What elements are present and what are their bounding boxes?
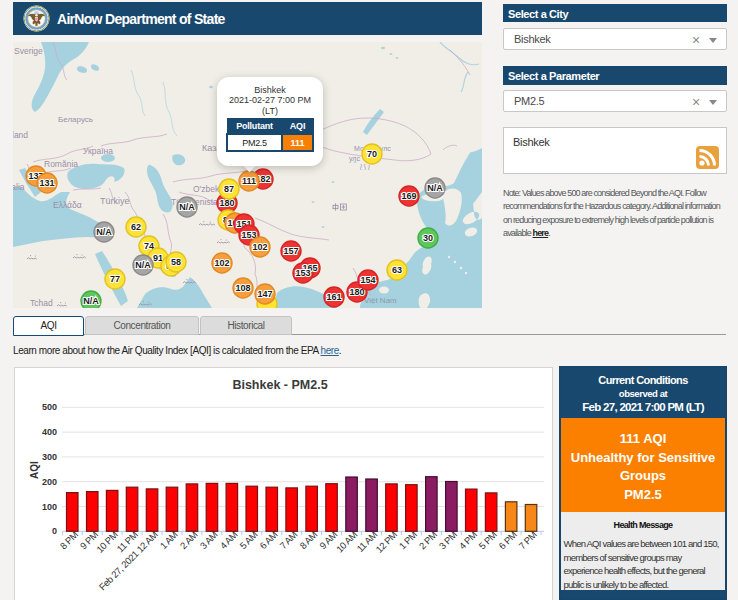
svg-text:N/A: N/A — [179, 202, 195, 212]
svg-text:63: 63 — [392, 265, 402, 275]
svg-text:30: 30 — [423, 233, 433, 243]
svg-text:70: 70 — [367, 149, 377, 159]
svg-text:102: 102 — [252, 242, 267, 252]
svg-text:180: 180 — [219, 198, 234, 208]
svg-text:8 PM: 8 PM — [58, 529, 81, 552]
svg-text:Türkiye: Türkiye — [100, 196, 130, 206]
svg-text:Việt Nam: Việt Nam — [364, 296, 397, 305]
svg-text:3 AM: 3 AM — [198, 529, 220, 551]
svg-text:7 PM: 7 PM — [516, 529, 539, 552]
svg-text:108: 108 — [235, 283, 250, 293]
svg-text:Romănia: Romănia — [44, 159, 78, 169]
svg-text:169: 169 — [401, 191, 416, 201]
svg-text:N/A: N/A — [83, 296, 99, 306]
svg-text:Sverige: Sverige — [14, 46, 43, 56]
svg-text:161: 161 — [326, 292, 341, 302]
svg-text:N/A: N/A — [427, 183, 443, 193]
svg-text:111: 111 — [242, 176, 256, 186]
svg-text:Bishkek - PM2.5: Bishkek - PM2.5 — [232, 378, 327, 392]
svg-text:5 PM: 5 PM — [476, 529, 499, 552]
svg-text:4 AM: 4 AM — [218, 529, 240, 551]
svg-text:10 AM: 10 AM — [334, 529, 360, 555]
svg-text:Ελλάδα: Ελλάδα — [53, 200, 82, 210]
svg-text:7 AM: 7 AM — [277, 529, 299, 551]
svg-text:102: 102 — [214, 258, 229, 268]
svg-text:6 PM: 6 PM — [496, 529, 519, 552]
svg-text:3 PM: 3 PM — [437, 529, 460, 552]
svg-text:4 PM: 4 PM — [457, 529, 480, 552]
svg-text:1 PM: 1 PM — [397, 529, 420, 552]
svg-text:12 PM: 12 PM — [373, 529, 399, 555]
svg-text:157: 157 — [283, 246, 298, 256]
svg-text:Tchad: Tchad — [30, 298, 53, 308]
svg-text:153: 153 — [295, 268, 310, 278]
svg-text:10 PM: 10 PM — [94, 529, 120, 555]
svg-text:улс: улс — [349, 155, 360, 163]
svg-text:77: 77 — [110, 274, 120, 284]
svg-text:N/A: N/A — [96, 227, 112, 237]
svg-text:AQI: AQI — [29, 461, 40, 479]
svg-text:0: 0 — [52, 526, 57, 536]
svg-text:147: 147 — [257, 289, 272, 299]
svg-text:2 AM: 2 AM — [178, 529, 200, 551]
svg-text:talia: talia — [13, 182, 25, 192]
svg-text:N/A: N/A — [135, 260, 151, 270]
svg-text:500: 500 — [42, 402, 57, 412]
svg-text:100: 100 — [42, 502, 57, 512]
svg-text:200: 200 — [42, 477, 57, 487]
svg-text:62: 62 — [131, 222, 141, 232]
svg-text:300: 300 — [42, 452, 57, 462]
svg-text:Україна: Україна — [83, 146, 113, 156]
svg-text:land: land — [13, 130, 28, 140]
svg-text:87: 87 — [224, 184, 234, 194]
svg-text:2 PM: 2 PM — [417, 529, 440, 552]
svg-text:8 AM: 8 AM — [297, 529, 319, 551]
svg-text:154: 154 — [360, 275, 375, 285]
svg-text:1 AM: 1 AM — [158, 529, 180, 551]
svg-text:5 AM: 5 AM — [237, 529, 259, 551]
svg-text:58: 58 — [171, 257, 181, 267]
svg-text:400: 400 — [42, 427, 57, 437]
svg-text:Беларусь: Беларусь — [58, 115, 93, 124]
svg-text:131: 131 — [39, 178, 54, 188]
svg-text:6 AM: 6 AM — [257, 529, 279, 551]
